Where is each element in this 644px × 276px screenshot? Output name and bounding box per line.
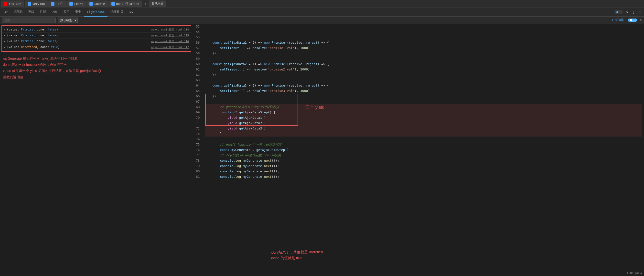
annotation-text: myGenerate 每执行一次 next() 就会得到一个对象done 表示当… bbox=[0, 52, 193, 84]
tab-learn[interactable]: Learn bbox=[66, 0, 86, 7]
devtools-tab-more[interactable]: >> bbox=[127, 10, 135, 14]
code-line: yield getAjaxData1() bbox=[205, 115, 642, 121]
badge-count: 1 bbox=[619, 10, 621, 14]
devtools-tab-recorder[interactable]: 记录器 及 bbox=[108, 8, 127, 16]
entry-link[interactable]: async-await原理.html:115 bbox=[151, 34, 189, 37]
tab-youtube[interactable]: YouTube bbox=[1, 0, 24, 7]
devtools-tab-security[interactable]: 安全 bbox=[72, 8, 84, 16]
console-entry[interactable]: ▶{value: Promise, done: false}async-awai… bbox=[2, 38, 191, 44]
devtools-tab-memory[interactable]: 内存 bbox=[49, 8, 60, 16]
code-line: const getAjaxData3 = () => new Promise((… bbox=[205, 83, 642, 88]
line-number: 73 bbox=[196, 131, 200, 137]
badge-dot bbox=[616, 11, 618, 13]
code-line bbox=[205, 137, 642, 142]
bottom-annotation-line2: done 的值就是 true bbox=[271, 255, 639, 261]
tab-bookmarks[interactable]: 其他书签 bbox=[149, 0, 166, 7]
code-line bbox=[205, 78, 642, 83]
issues-badge: 💬 1 bbox=[628, 18, 637, 22]
console-entry[interactable]: ▶{value: Promise, done: false}async-awai… bbox=[2, 33, 191, 38]
devtools-toolbar: 台 源代码 网络 性能 内存 应用 安全 Lighthouse 记录器 及 >>… bbox=[0, 8, 644, 16]
line-number: 66 bbox=[196, 94, 200, 99]
console-entries: ▶{value: Promise, done: false}async-awai… bbox=[2, 26, 191, 51]
console-entries-box: ▶{value: Promise, done: false}async-awai… bbox=[2, 25, 191, 52]
code-line bbox=[205, 179, 642, 185]
code-line: console.log(myGenerate.next()); bbox=[205, 169, 642, 174]
line-number: 61 bbox=[196, 67, 200, 72]
code-line: }) bbox=[205, 72, 642, 78]
line-number: 58 bbox=[196, 51, 200, 56]
console-entry[interactable]: ▶{value: undefined, done: true}async-awa… bbox=[2, 44, 191, 50]
settings-icon[interactable]: ⚙ bbox=[625, 9, 628, 15]
line-number: 63 bbox=[196, 78, 200, 83]
tab-qual-label: Qualification bbox=[116, 2, 139, 5]
line-number: 76 bbox=[196, 147, 200, 153]
code-line: console.log(myGenerate.next()); bbox=[205, 163, 642, 169]
entry-link[interactable]: async-await原理.html:116 bbox=[151, 39, 189, 43]
issues-label: 1 个问题： bbox=[611, 18, 626, 22]
devtools-tab-source[interactable]: 源代码 bbox=[11, 8, 26, 16]
tab-source[interactable]: Source bbox=[86, 0, 108, 7]
filter-gear-icon[interactable]: ⚙ bbox=[639, 18, 642, 22]
more-options-icon[interactable]: ⋮ bbox=[631, 9, 636, 15]
entry-arrow[interactable]: ▶ bbox=[4, 46, 5, 48]
entry-content: {value: Promise, done: false} bbox=[7, 34, 150, 37]
code-line: } bbox=[205, 131, 642, 137]
tab-source-label: Source bbox=[94, 2, 105, 5]
tab-more-button[interactable]: » bbox=[142, 2, 148, 5]
tab-tool-label: Tool bbox=[56, 2, 63, 5]
console-entry[interactable]: ▶{value: Promise, done: false}async-awai… bbox=[2, 27, 191, 33]
code-line: yield getAjaxData2() bbox=[205, 121, 642, 126]
code-line: setTimeout(() => resolve('promise2 val')… bbox=[205, 67, 642, 72]
code-line: setTimeout(() => resolve('promise1 val')… bbox=[205, 45, 642, 51]
code-panel: 5354555657585960616263646566676869707172… bbox=[193, 24, 644, 276]
line-number: 70 bbox=[196, 115, 200, 121]
entry-arrow[interactable]: ▶ bbox=[4, 40, 5, 43]
code-line: const getAjaxData1 = () => new Promise((… bbox=[205, 40, 642, 45]
entry-content: {value: Promise, done: false} bbox=[7, 28, 150, 31]
line-number: 71 bbox=[196, 121, 200, 126]
code-line bbox=[205, 185, 642, 190]
entry-arrow[interactable]: ▶ bbox=[4, 28, 5, 31]
line-number: 65 bbox=[196, 88, 200, 94]
entry-link[interactable]: async-await原理.html:114 bbox=[151, 28, 189, 31]
code-line: }) bbox=[205, 94, 642, 99]
code-line: // //获取的value是对应的promise实例 bbox=[205, 153, 642, 158]
filter-level-select[interactable]: 默认级别 bbox=[58, 17, 78, 23]
tab-servyou[interactable]: servYou bbox=[25, 0, 48, 7]
line-number: 60 bbox=[196, 61, 200, 67]
line-number: 62 bbox=[196, 72, 200, 78]
tab-servyou-label: servYou bbox=[32, 2, 45, 5]
devtools-tab-app[interactable]: 应用 bbox=[60, 8, 72, 16]
line-number: 68 bbox=[196, 104, 200, 110]
line-number: 74 bbox=[196, 137, 200, 142]
annotation-line: myGenerate 每执行一次 next() 就会得到一个对象 bbox=[3, 56, 190, 62]
line-numbers: 5354555657585960616263646566676869707172… bbox=[193, 24, 203, 276]
code-line: const getAjaxData2 = () => new Promise((… bbox=[205, 61, 642, 67]
line-number: 77 bbox=[196, 153, 200, 158]
line-number: 57 bbox=[196, 45, 200, 51]
code-line: }) bbox=[205, 51, 642, 56]
console-panel: ▶{value: Promise, done: false}async-awai… bbox=[0, 24, 193, 276]
entry-content: {value: undefined, done: true} bbox=[7, 45, 150, 49]
devtools-tab-perf[interactable]: 性能 bbox=[37, 8, 49, 16]
devtools-tab-lighthouse[interactable]: Lighthouse bbox=[84, 8, 108, 16]
line-number: 55 bbox=[196, 35, 200, 40]
devtools-tab-console[interactable]: 台 bbox=[2, 8, 11, 16]
line-number: 59 bbox=[196, 56, 200, 61]
close-icon[interactable]: ✕ bbox=[638, 9, 642, 15]
code-line: setTimeout(() => resolve('promise3 val')… bbox=[205, 88, 642, 94]
code-line bbox=[205, 99, 642, 104]
servyou-icon bbox=[28, 2, 31, 5]
code-line bbox=[205, 35, 642, 40]
tab-qualification[interactable]: Qualification bbox=[108, 0, 142, 7]
line-number: 72 bbox=[196, 126, 200, 131]
code-line: // generate执行每一个yield获取数据 bbox=[205, 104, 642, 110]
tab-tool[interactable]: Tool bbox=[48, 0, 66, 7]
code-line: function* getAjaxDataStep() { bbox=[205, 110, 642, 115]
line-number: 54 bbox=[196, 29, 200, 35]
entry-link[interactable]: async-await原理.html:117 bbox=[151, 45, 189, 49]
line-number: 56 bbox=[196, 40, 200, 45]
entry-arrow[interactable]: ▶ bbox=[4, 34, 5, 37]
filter-input[interactable] bbox=[2, 17, 56, 23]
devtools-tab-network[interactable]: 网络 bbox=[26, 8, 37, 16]
